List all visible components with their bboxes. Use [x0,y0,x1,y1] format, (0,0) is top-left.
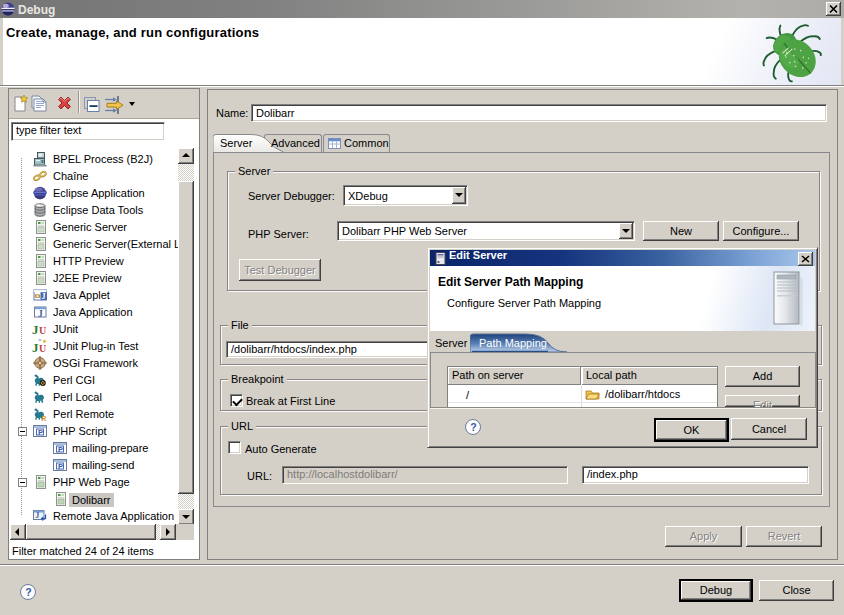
svg-text:P: P [38,428,43,437]
svg-text:J: J [32,322,39,337]
svg-text:U: U [39,325,46,336]
svg-text:R: R [42,415,47,422]
svg-text:P: P [58,462,63,471]
svg-text:J: J [32,340,39,354]
svg-text:J: J [42,292,46,301]
svg-text:U: U [39,343,46,354]
svg-text:J: J [38,309,43,319]
svg-text:J: J [36,511,40,520]
svg-text:P: P [58,445,63,454]
